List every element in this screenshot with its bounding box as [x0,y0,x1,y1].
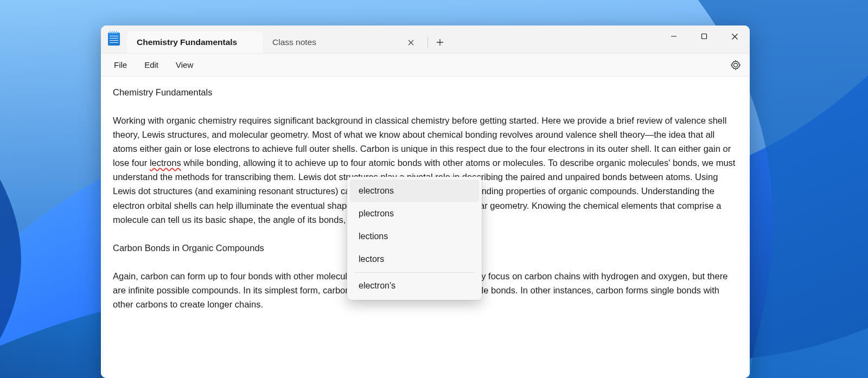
doc-subheading: Carbon Bonds in Organic Compounds [113,243,264,253]
svg-rect-1 [702,34,707,39]
tab-title: Chemistry Fundamentals [137,37,237,47]
spell-suggestion-lections[interactable]: lections [350,225,479,248]
menu-edit[interactable]: Edit [137,57,166,73]
tab-class-notes[interactable]: Class notes [263,31,425,53]
spellcheck-context-menu: electrons plectrons lections lectors ele… [347,177,482,300]
app-icon-container [101,25,127,53]
doc-heading: Chemistry Fundamentals [113,87,212,97]
titlebar: Chemistry Fundamentals Class notes [101,25,750,54]
menu-file[interactable]: File [106,57,135,73]
close-tab-button[interactable] [406,37,416,47]
notepad-icon [108,33,120,46]
tab-chemistry-fundamentals[interactable]: Chemistry Fundamentals [127,31,263,53]
misspelled-word[interactable]: lectrons [150,158,181,168]
menu-separator [354,272,475,273]
spell-suggestion-plectrons[interactable]: plectrons [350,202,479,225]
settings-button[interactable] [727,56,744,74]
new-tab-button[interactable] [430,33,450,52]
minimize-button[interactable] [659,25,689,47]
spell-suggestion-electrons[interactable]: electrons [350,180,479,202]
close-button[interactable] [719,25,750,47]
tab-strip: Chemistry Fundamentals Class notes [127,25,659,53]
menubar: File Edit View [101,54,750,76]
tab-divider [427,37,428,48]
tab-title: Class notes [272,37,316,47]
gear-icon [730,60,741,71]
spell-suggestion-lectors[interactable]: lectors [350,248,479,271]
window-controls [659,25,750,47]
spell-suggestion-electrons-possessive[interactable]: electron's [350,274,479,297]
maximize-button[interactable] [689,25,719,47]
menu-view[interactable]: View [168,57,201,73]
